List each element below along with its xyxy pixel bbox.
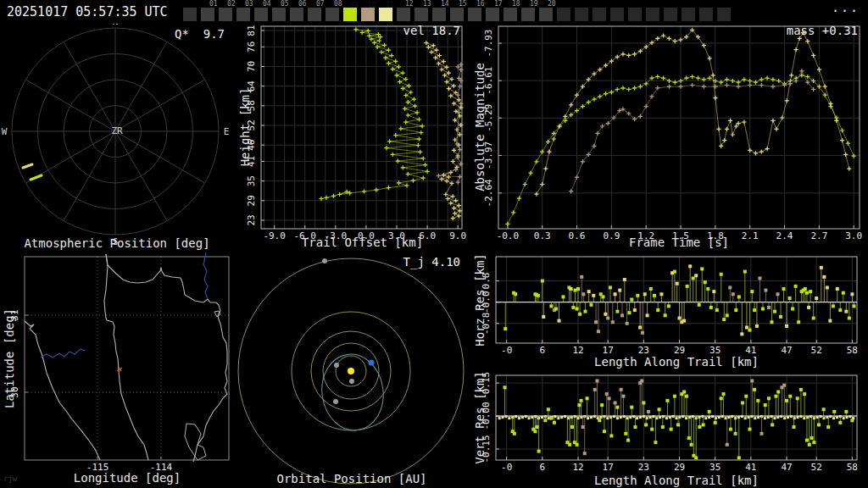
channel-box-17[interactable]: 17 [486, 8, 499, 21]
channel-box-05[interactable]: 05 [272, 8, 286, 21]
channel-label: 08 [334, 1, 342, 8]
orbit-title: Orbital Position [AU] [250, 472, 453, 485]
channel-strip: 0102030405060708091011121314151617181920 [183, 0, 735, 21]
channel-box-x28[interactable] [682, 8, 695, 21]
svg-text:6: 6 [540, 462, 546, 473]
channel-box-x29[interactable] [699, 8, 713, 21]
channel-box-x0[interactable] [183, 8, 197, 21]
channel-box-12[interactable]: 12 [397, 8, 410, 21]
atmospheric-title: Atmospheric Position [deg] [0, 236, 234, 250]
overflow-menu-icon[interactable]: ... [832, 0, 868, 15]
channel-box-x26[interactable] [646, 8, 659, 21]
channel-box-x25[interactable] [628, 8, 642, 21]
channel-box-09[interactable]: 09 [343, 8, 357, 21]
channel-box-14[interactable]: 14 [432, 8, 446, 21]
vert-x-label: Length Along Trail [km] [498, 474, 854, 487]
channel-box-06[interactable]: 06 [290, 8, 303, 21]
axes: -0.00.30.60.91.21.51.82.12.42.73.0-7.93-… [483, 26, 862, 241]
channel-box-10[interactable]: 10 [361, 8, 375, 21]
velocity-annotation: vel 18.7 [376, 24, 460, 37]
channel-box-x24[interactable] [610, 8, 624, 21]
planet-dot-3 [322, 258, 327, 263]
channel-label: 05 [281, 1, 289, 8]
channel-box-20[interactable]: 20 [539, 8, 553, 21]
channel-box-08[interactable]: 08 [326, 8, 339, 21]
coastlines [25, 252, 227, 462]
map-x-label: Longitude [deg] [25, 471, 229, 485]
zenith-label: ZR [111, 125, 123, 136]
svg-text:35: 35 [709, 462, 721, 473]
channel-box-19[interactable]: 19 [521, 8, 535, 21]
river [203, 252, 208, 299]
channel-label: 04 [263, 1, 271, 8]
ground-track-map: -115-1143130 [0, 250, 237, 488]
channel-label: 10 [368, 3, 376, 9]
axes: -115-1143130 [9, 257, 229, 473]
river [41, 349, 85, 358]
channel-label: 12 [405, 1, 414, 8]
compass-west-label: W [2, 126, 8, 137]
channel-label: 11 [386, 3, 394, 9]
svg-text:23: 23 [638, 462, 649, 473]
svg-text:-7.93: -7.93 [483, 29, 494, 57]
horz-y-label: Horz Res [km] [473, 253, 487, 347]
meteor-analysis-app: 20251017 05:57:35 UTC 010203040506070809… [0, 0, 868, 488]
channel-box-x22[interactable] [575, 8, 588, 21]
channel-box-13[interactable]: 13 [415, 8, 428, 21]
channel-box-01[interactable]: 01 [201, 8, 214, 21]
channel-label: 19 [530, 1, 538, 8]
channel-label: 18 [512, 1, 520, 8]
svg-text:76: 76 [246, 42, 257, 53]
svg-text:70: 70 [246, 61, 257, 72]
map-y-label: Latitude [deg] [3, 308, 16, 408]
channel-label: 03 [245, 1, 253, 8]
channel-box-07[interactable]: 07 [308, 8, 321, 21]
vert-residual-plot: -061217232935414752580.15-0.00-0.15 [475, 366, 868, 488]
compass-north-label: N [113, 24, 119, 27]
svg-text:58: 58 [847, 462, 858, 473]
channel-box-02[interactable]: 02 [219, 8, 232, 21]
meteor-streak-1 [31, 175, 42, 180]
svg-text:29: 29 [246, 195, 257, 206]
svg-text:52: 52 [811, 462, 822, 473]
channel-label: 13 [423, 1, 431, 8]
channel-label: 09 [350, 3, 359, 9]
channel-box-x21[interactable] [557, 8, 570, 21]
channel-box-15[interactable]: 15 [450, 8, 464, 21]
channel-label: 16 [476, 1, 485, 8]
channel-label: 06 [298, 1, 307, 8]
channel-box-x27[interactable] [664, 8, 677, 21]
svg-text:23: 23 [246, 214, 257, 225]
svg-text:35: 35 [246, 175, 257, 186]
series-station-11 [534, 28, 851, 197]
series-station-10 [569, 69, 815, 193]
vert-y-label: Vert Res [km] [473, 371, 487, 464]
channel-box-04[interactable]: 04 [254, 8, 268, 21]
horz-residual-plot: -061217232935414752580.8-0.0-0.8 [475, 250, 868, 366]
planet-dot-0 [334, 363, 339, 368]
channel-box-18[interactable]: 18 [504, 8, 517, 21]
tisserand-annotation: T_j 4.10 [376, 255, 460, 269]
planet-dot-1 [349, 379, 354, 384]
channel-box-11[interactable]: 11 [379, 8, 392, 21]
mag-x-label: Frame Time [s] [500, 236, 858, 249]
svg-text:41: 41 [745, 462, 756, 473]
svg-text:17: 17 [603, 462, 614, 473]
channel-box-03[interactable]: 03 [236, 8, 250, 21]
svg-text:29: 29 [674, 462, 685, 473]
svg-text:12: 12 [572, 462, 583, 473]
channel-box-x30[interactable] [717, 8, 731, 21]
planet-dot-2 [333, 399, 338, 404]
series-station-11 [424, 41, 463, 220]
channel-box-16[interactable]: 16 [468, 8, 481, 21]
channel-box-x23[interactable] [593, 8, 606, 21]
channel-label: 15 [459, 1, 467, 8]
residual-stems [504, 379, 854, 459]
mag-y-label: Absolute Magnitude [473, 63, 487, 191]
horz-x-label: Length Along Trail [km] [498, 355, 854, 369]
trail-offset-plot: -9.0-6.0-3.00.03.06.09.08176706458524641… [237, 24, 475, 254]
channel-label: 17 [494, 1, 503, 8]
compass-east-label: E [224, 126, 230, 137]
trail-x-label: Trail Offset [km] [263, 236, 462, 249]
mass-annotation: mass +0.31 [739, 24, 858, 37]
